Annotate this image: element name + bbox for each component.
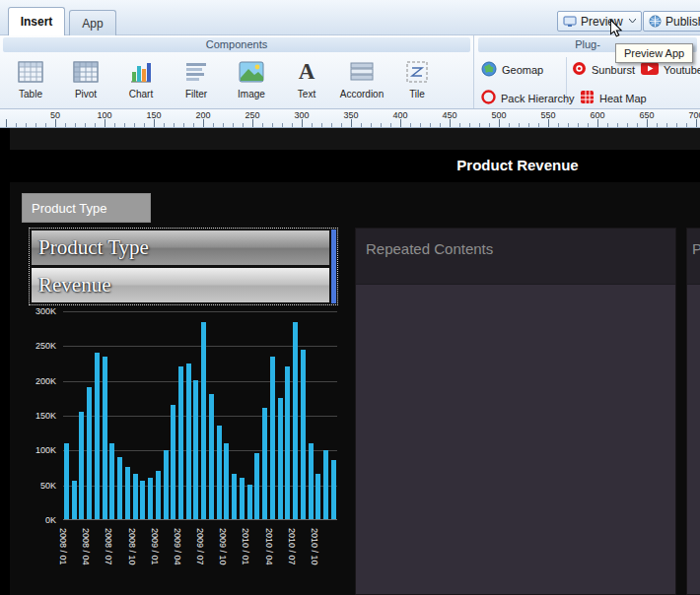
component-tile[interactable]: Tile: [389, 56, 445, 107]
component-pivot[interactable]: Pivot: [58, 56, 113, 107]
plugin-label: Youtube: [664, 64, 700, 76]
component-label: Image: [238, 89, 265, 99]
filter-product-type[interactable]: Product Type: [22, 193, 151, 223]
table-icon: [18, 56, 43, 88]
panel-title: Repeated Contents: [356, 229, 675, 257]
plugin-sunburst[interactable]: Sunburst: [572, 61, 635, 78]
preview-icon: [563, 6, 577, 37]
tab-app[interactable]: App: [69, 10, 116, 35]
chart-x-axis: 2008 / 012008 / 042008 / 072008 / 102009…: [63, 526, 337, 593]
panel-header: Repeated Contents: [356, 229, 675, 285]
component-label: Accordion: [340, 89, 384, 99]
repeated-contents-panel[interactable]: Repeated Contents: [355, 228, 676, 595]
tab-insert[interactable]: Insert: [8, 7, 65, 35]
field-label: Product Type: [32, 231, 329, 264]
accordion-icon: [349, 56, 375, 88]
tooltip-preview-app: Preview App: [615, 43, 693, 63]
plugin-geomap[interactable]: Geomap: [481, 61, 543, 78]
field-label: Revenue: [32, 268, 329, 301]
component-table[interactable]: Table: [3, 56, 58, 107]
chart-bars: [63, 311, 337, 519]
component-filter[interactable]: Filter: [169, 56, 224, 107]
app-window: Insert App Preview Publish Components: [0, 0, 700, 595]
chart-plot: [63, 311, 337, 520]
partial-panel[interactable]: P: [686, 228, 700, 595]
text-icon: A: [299, 56, 315, 88]
canvas-top-strip: [10, 128, 700, 150]
ribbon: Components Table Pivot: [0, 35, 700, 109]
panel-title: P: [687, 229, 700, 257]
bar-chart-component[interactable]: 300K250K200K150K100K50K0K 2008 / 012008 …: [28, 307, 341, 595]
field-row-product-type[interactable]: Product Type: [32, 231, 329, 265]
component-label: Text: [298, 89, 315, 99]
component-label: Pivot: [75, 89, 97, 99]
publish-icon: [649, 6, 662, 37]
component-label: Table: [19, 89, 42, 99]
component-chart[interactable]: Chart: [113, 56, 169, 107]
chart-y-axis: 300K250K200K150K100K50K0K: [28, 311, 59, 520]
component-label: Chart: [129, 89, 153, 99]
ruler-major-ticks: [6, 119, 700, 127]
plugin-youtube[interactable]: Youtube: [641, 61, 700, 78]
plugin-label: Sunburst: [592, 64, 635, 76]
component-image[interactable]: Image: [224, 56, 279, 107]
pack-hierarchy-icon: [481, 90, 496, 106]
ribbon-group-components: Components Table Pivot: [0, 35, 474, 108]
filter-icon: [184, 56, 208, 88]
component-accordion[interactable]: Accordion: [334, 56, 389, 107]
group-label-components: Components: [3, 37, 470, 52]
plugin-label: Heat Map: [599, 93, 647, 104]
publish-label: Publish: [665, 15, 700, 29]
design-canvas[interactable]: Product Revenue Product Type Product Typ…: [0, 128, 700, 595]
component-text[interactable]: A Text: [279, 56, 334, 107]
plugin-pack-hierarchy[interactable]: Pack Hierarchy: [481, 90, 575, 106]
heatmap-icon: [580, 90, 595, 106]
plugin-heat-map[interactable]: Heat Map: [580, 90, 647, 106]
plugin-label: Pack Hierarchy: [501, 93, 575, 104]
mouse-cursor: [610, 20, 623, 37]
component-label: Tile: [409, 89, 425, 99]
sunburst-icon: [572, 61, 587, 78]
panel-header: P: [687, 229, 700, 285]
tab-bar: Insert App Preview Publish: [0, 0, 700, 35]
chevron-down-icon[interactable]: [629, 19, 636, 24]
field-row-revenue[interactable]: Revenue: [32, 268, 329, 302]
preview-button[interactable]: Preview: [557, 11, 642, 32]
pivot-icon: [73, 56, 99, 88]
field-list[interactable]: Product Type Revenue: [29, 228, 338, 305]
drag-handle[interactable]: [331, 230, 336, 303]
geomap-icon: [481, 61, 497, 79]
tile-icon: [405, 56, 429, 88]
publish-button[interactable]: Publish: [643, 11, 700, 32]
ruler: 5010015020025030035040045050055060065070…: [0, 109, 700, 128]
component-label: Filter: [185, 89, 207, 99]
canvas-title[interactable]: Product Revenue: [456, 157, 578, 173]
image-icon: [239, 56, 264, 88]
chart-icon: [129, 56, 153, 88]
youtube-icon: [641, 62, 659, 77]
plugin-label: Geomap: [502, 64, 543, 76]
